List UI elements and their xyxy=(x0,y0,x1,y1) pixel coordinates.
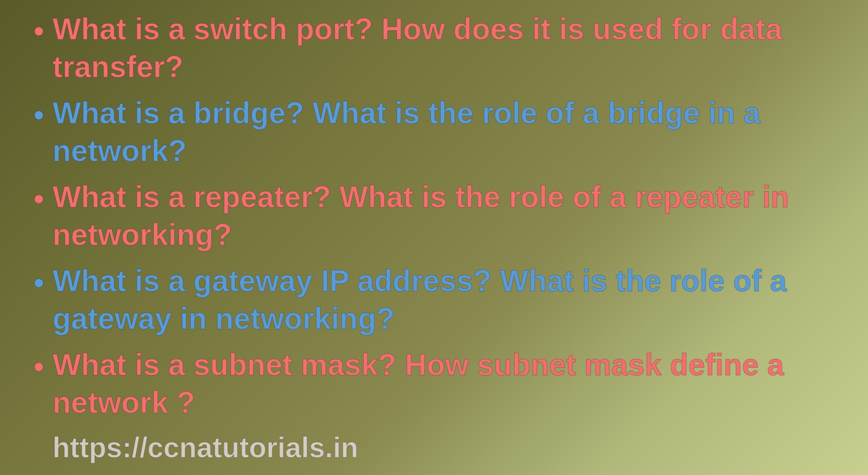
item-1-text: What is a switch port? How does it is us… xyxy=(52,10,834,86)
item-5-text: What is a subnet mask? How subnet mask d… xyxy=(52,346,834,465)
bullet-5: • xyxy=(34,347,44,385)
list-item: • What is a gateway IP address? What is … xyxy=(34,262,834,337)
list-item: • What is a switch port? How does it is … xyxy=(34,10,834,86)
item-3-text: What is a repeater? What is the role of … xyxy=(52,178,834,253)
bullet-3: • xyxy=(34,180,44,217)
item-2-text: What is a bridge? What is the role of a … xyxy=(52,94,834,170)
list-item: • What is a bridge? What is the role of … xyxy=(34,94,834,170)
watermark-url: https://ccnatutorials.in xyxy=(52,430,358,465)
bullet-2: • xyxy=(34,96,44,133)
item-5-question: What is a subnet mask? How subnet mask d… xyxy=(52,346,834,421)
list-item: • What is a subnet mask? How subnet mask… xyxy=(34,346,834,465)
bullet-4: • xyxy=(34,264,44,301)
bullet-1: • xyxy=(34,12,44,50)
list-item: • What is a repeater? What is the role o… xyxy=(34,178,834,253)
item-4-text: What is a gateway IP address? What is th… xyxy=(52,262,834,337)
question-list: • What is a switch port? How does it is … xyxy=(34,10,834,465)
main-content: • What is a switch port? How does it is … xyxy=(0,0,868,475)
